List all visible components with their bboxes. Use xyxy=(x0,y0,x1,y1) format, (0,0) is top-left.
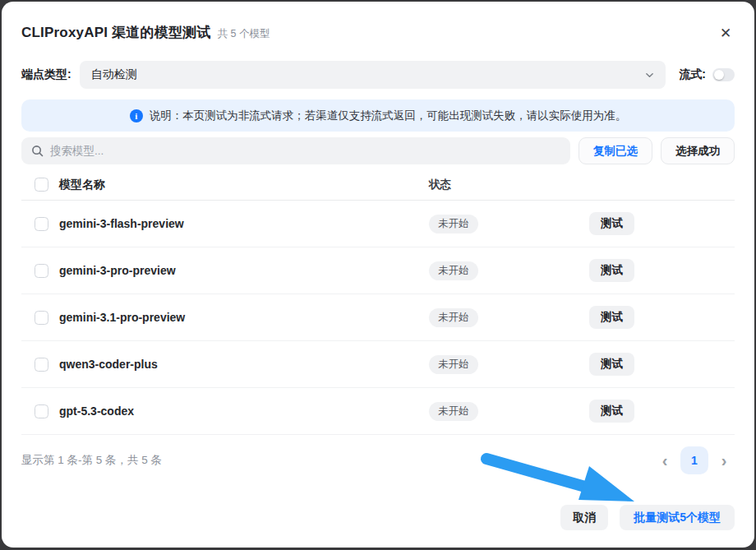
dialog-actions: 取消 批量测试5个模型 xyxy=(560,505,735,530)
row-checkbox[interactable] xyxy=(35,264,48,278)
model-test-dialog: CLIProxyAPI 渠道的模型测试 共 5 个模型 ✕ 端点类型: 自动检测… xyxy=(2,2,754,548)
status-badge: 未开始 xyxy=(429,355,478,374)
select-success-button[interactable]: 选择成功 xyxy=(661,137,735,164)
table-header-row: 模型名称 状态 xyxy=(21,169,735,201)
test-button[interactable]: 测试 xyxy=(589,259,634,282)
toggle-knob xyxy=(714,70,724,80)
stream-toggle[interactable] xyxy=(712,68,735,81)
status-badge: 未开始 xyxy=(429,261,478,280)
search-icon xyxy=(31,145,44,157)
test-button[interactable]: 测试 xyxy=(589,353,634,376)
test-button[interactable]: 测试 xyxy=(589,400,634,423)
endpoint-type-label: 端点类型: xyxy=(21,67,71,82)
model-name: gemini-3.1-pro-preview xyxy=(59,311,429,324)
list-footer: 显示第 1 条-第 5 条，共 5 条 ‹ 1 › xyxy=(21,441,735,480)
chevron-down-icon xyxy=(645,71,654,80)
row-checkbox[interactable] xyxy=(35,217,48,231)
row-checkbox[interactable] xyxy=(35,358,48,372)
test-button[interactable]: 测试 xyxy=(589,212,634,235)
row-checkbox[interactable] xyxy=(35,404,48,418)
model-name: gemini-3-pro-preview xyxy=(59,264,429,277)
status-badge: 未开始 xyxy=(429,215,478,233)
notice-banner: i 说明：本页测试为非流式请求；若渠道仅支持流式返回，可能出现测试失败，请以实际… xyxy=(21,99,735,132)
endpoint-type-value: 自动检测 xyxy=(91,67,646,82)
model-name: qwen3-coder-plus xyxy=(59,358,429,371)
cancel-button[interactable]: 取消 xyxy=(560,505,608,530)
pagination: ‹ 1 › xyxy=(654,446,735,474)
dialog-header: CLIProxyAPI 渠道的模型测试 共 5 个模型 xyxy=(21,23,705,42)
column-header-name: 模型名称 xyxy=(59,178,429,192)
status-badge: 未开始 xyxy=(429,308,478,327)
table-row: gpt-5.3-codex 未开始 测试 xyxy=(21,388,735,435)
page-title: CLIProxyAPI 渠道的模型测试 xyxy=(21,23,211,42)
copy-selected-button[interactable]: 复制已选 xyxy=(579,137,652,164)
table-row: qwen3-coder-plus 未开始 测试 xyxy=(21,341,735,388)
next-page-button[interactable]: › xyxy=(713,446,735,474)
toolbar: 复制已选 选择成功 xyxy=(21,137,735,164)
page-number-button[interactable]: 1 xyxy=(680,446,708,474)
select-all-checkbox[interactable] xyxy=(35,178,48,192)
model-name: gemini-3-flash-preview xyxy=(59,217,429,230)
model-name: gpt-5.3-codex xyxy=(59,404,429,418)
column-header-status: 状态 xyxy=(429,178,589,192)
endpoint-type-select[interactable]: 自动检测 xyxy=(80,61,666,89)
pagination-summary: 显示第 1 条-第 5 条，共 5 条 xyxy=(21,453,162,468)
chevron-left-icon: ‹ xyxy=(662,452,668,469)
table-row: gemini-3-pro-preview 未开始 测试 xyxy=(21,247,735,294)
model-count-subtitle: 共 5 个模型 xyxy=(218,27,270,41)
status-badge: 未开始 xyxy=(429,402,478,421)
chevron-right-icon: › xyxy=(721,452,727,469)
table-row: gemini-3.1-pro-preview 未开始 测试 xyxy=(21,294,735,341)
info-icon: i xyxy=(130,109,143,122)
stream-mode-label: 流式: xyxy=(679,67,706,82)
batch-test-button[interactable]: 批量测试5个模型 xyxy=(620,505,735,530)
prev-page-button[interactable]: ‹ xyxy=(654,446,675,474)
test-button[interactable]: 测试 xyxy=(589,306,634,329)
search-box[interactable] xyxy=(21,137,570,164)
model-table: 模型名称 状态 gemini-3-flash-preview 未开始 测试 ge… xyxy=(21,169,735,435)
row-checkbox[interactable] xyxy=(35,311,48,325)
endpoint-row: 端点类型: 自动检测 流式: xyxy=(21,61,735,89)
notice-text: 说明：本页测试为非流式请求；若渠道仅支持流式返回，可能出现测试失败，请以实际使用… xyxy=(150,109,627,123)
close-icon: ✕ xyxy=(720,25,731,42)
table-row: gemini-3-flash-preview 未开始 测试 xyxy=(21,201,735,247)
search-input[interactable] xyxy=(50,145,560,157)
close-button[interactable]: ✕ xyxy=(717,24,735,42)
